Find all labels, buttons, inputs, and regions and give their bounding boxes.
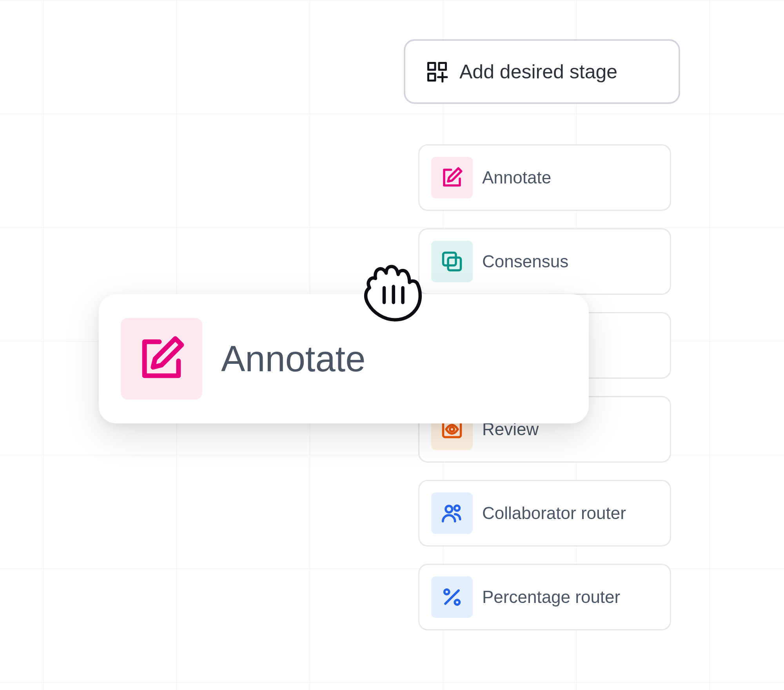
svg-point-10	[454, 506, 459, 511]
dragged-stage-card[interactable]: Annotate	[99, 294, 589, 423]
stage-card-percentage-router[interactable]: Percentage router	[418, 564, 671, 630]
stage-label: Collaborator router	[482, 503, 626, 523]
add-stage-label: Add desired stage	[459, 60, 617, 83]
people-icon	[431, 492, 473, 534]
stage-label: Consensus	[482, 252, 568, 271]
svg-rect-5	[443, 253, 456, 266]
overlap-icon	[431, 241, 473, 282]
svg-point-8	[450, 427, 454, 432]
svg-line-11	[445, 590, 459, 604]
stage-label: Annotate	[482, 168, 551, 187]
svg-point-12	[445, 590, 449, 594]
svg-rect-6	[448, 258, 461, 271]
percent-icon	[431, 576, 473, 618]
add-stage-button[interactable]: Add desired stage	[404, 39, 680, 104]
edit-icon	[431, 157, 473, 198]
svg-point-13	[455, 600, 459, 605]
stage-label: Percentage router	[482, 587, 620, 607]
dragged-stage-label: Annotate	[221, 338, 365, 380]
add-widget-icon	[425, 60, 449, 84]
stage-card-annotate[interactable]: Annotate	[418, 144, 671, 211]
svg-rect-2	[428, 74, 436, 81]
stage-card-consensus[interactable]: Consensus	[418, 228, 671, 295]
svg-rect-1	[439, 63, 446, 70]
edit-icon	[121, 318, 202, 399]
stage-card-collaborator-router[interactable]: Collaborator router	[418, 480, 671, 547]
svg-point-9	[446, 506, 452, 512]
svg-rect-0	[428, 63, 436, 70]
